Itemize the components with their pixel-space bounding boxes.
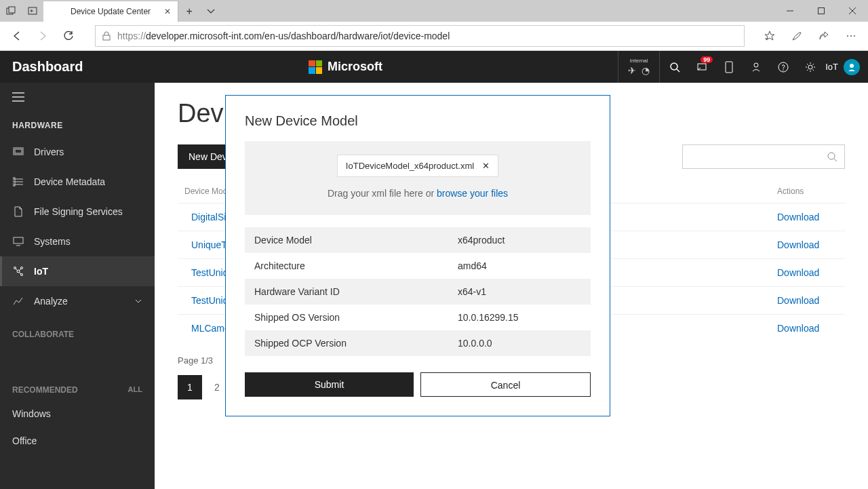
sidebar-item-device-metadata[interactable]: Device Metadata (0, 167, 155, 197)
svg-rect-1 (9, 7, 15, 13)
browse-files-link[interactable]: browse your files (437, 188, 508, 199)
sidebar-item-file-signing[interactable]: File Signing Services (0, 197, 155, 227)
sidebar-item-systems[interactable]: Systems (0, 227, 155, 256)
user-label: IoT (825, 62, 838, 72)
svg-point-8 (671, 63, 677, 70)
phone-icon[interactable] (717, 55, 741, 79)
close-tab-icon[interactable]: ✕ (164, 7, 171, 16)
svg-point-13 (783, 69, 784, 71)
drivers-icon (12, 146, 24, 158)
file-dropzone[interactable]: IoTDeviceModel_x64product.xml ✕ Drag you… (245, 141, 591, 215)
sidebar: HARDWARE Drivers Device Metadata File Si… (0, 83, 155, 489)
sidebar-item-drivers[interactable]: Drivers (0, 137, 155, 167)
sidebar-item-label: IoT (34, 266, 48, 277)
sidebar-item-iot[interactable]: IoT (0, 256, 155, 286)
microsoft-logo-icon (309, 60, 322, 74)
download-link[interactable]: Download (777, 239, 819, 250)
maximize-button[interactable] (806, 0, 837, 22)
info-row: Device Modelx64product (245, 227, 591, 253)
close-window-button[interactable] (837, 0, 868, 22)
file-chip: IoTDeviceModel_x64product.xml ✕ (337, 155, 498, 177)
new-tab-button[interactable]: + (178, 1, 200, 22)
chevron-down-icon (134, 298, 142, 304)
minimize-button[interactable] (774, 0, 806, 22)
svg-point-15 (850, 64, 854, 68)
info-val: x64product (458, 235, 505, 246)
notes-icon[interactable] (784, 23, 810, 49)
modal-title: New Device Model (245, 113, 591, 129)
url-text: https://developer.microsoft-int.com/en-u… (117, 31, 450, 41)
hamburger-icon[interactable] (0, 83, 155, 111)
all-link[interactable]: ALL (128, 385, 142, 393)
sidebar-item-label: Systems (34, 236, 71, 247)
info-row: Hardware Variant IDx64-v1 (245, 279, 591, 305)
sidebar-item-windows[interactable]: Windows (0, 400, 155, 427)
col-actions: Actions (777, 187, 845, 196)
iot-icon (12, 265, 24, 277)
page-number[interactable]: 1 (178, 375, 202, 399)
sidebar-item-office[interactable]: Office (0, 427, 155, 454)
help-icon[interactable] (771, 55, 795, 79)
file-name: IoTDeviceModel_x64product.xml (346, 161, 474, 171)
back-button[interactable] (4, 23, 30, 49)
file-icon (12, 206, 24, 218)
recent-tabs-icon[interactable] (0, 0, 22, 22)
forward-button[interactable] (30, 23, 56, 49)
sidebar-item-label: Analyze (34, 296, 68, 307)
notification-icon[interactable]: 99 (690, 55, 714, 79)
search-icon[interactable] (663, 55, 687, 79)
search-input[interactable] (682, 144, 845, 169)
dial-icon: ◔ (642, 65, 650, 76)
svg-point-6 (850, 35, 852, 37)
tab-title: Device Update Center (71, 7, 151, 16)
url-field[interactable]: https://developer.microsoft-int.com/en-u… (95, 25, 745, 47)
cancel-button[interactable]: Cancel (420, 372, 591, 397)
svg-rect-10 (726, 62, 732, 73)
svg-point-14 (808, 65, 812, 69)
sidebar-item-label: File Signing Services (34, 206, 123, 217)
svg-rect-19 (14, 237, 23, 243)
systems-icon (12, 235, 24, 248)
share-icon[interactable] (811, 23, 837, 49)
set-aside-icon[interactable] (22, 0, 43, 22)
settings-icon[interactable] (798, 55, 823, 79)
submit-button[interactable]: Submit (245, 372, 414, 397)
favorites-icon[interactable] (757, 23, 783, 49)
info-key: Hardware Variant ID (254, 286, 458, 297)
remove-file-icon[interactable]: ✕ (482, 161, 490, 171)
download-link[interactable]: Download (777, 212, 819, 222)
svg-point-12 (778, 62, 788, 72)
main-panel: Device New Device M Device Model Actions… (155, 83, 868, 489)
new-device-modal: New Device Model IoTDeviceModel_x64produ… (225, 95, 610, 416)
brand: Microsoft (155, 60, 618, 74)
section-collaborate: COLLABORATE (0, 316, 155, 345)
info-key: Shipped OS Version (254, 312, 458, 323)
search-icon (827, 151, 837, 162)
avatar[interactable] (844, 59, 860, 75)
svg-rect-3 (818, 8, 825, 14)
feedback-icon[interactable] (744, 55, 768, 79)
app-topbar: Dashboard Microsoft Internal ✈◔ 99 IoT (0, 51, 868, 83)
more-icon[interactable] (838, 23, 864, 49)
sidebar-item-label: Device Metadata (34, 176, 105, 187)
download-link[interactable]: Download (777, 267, 819, 278)
browser-tab[interactable]: Device Update Center ✕ (43, 1, 178, 22)
download-link[interactable]: Download (777, 295, 819, 306)
tabs-dropdown-icon[interactable] (200, 1, 222, 22)
info-row: Architectureamd64 (245, 253, 591, 279)
info-val: amd64 (458, 260, 487, 271)
info-row: Shipped OCP Version10.0.0.0 (245, 330, 591, 356)
info-val: 10.0.16299.15 (458, 312, 519, 323)
dashboard-title: Dashboard (0, 59, 155, 75)
sidebar-item-analyze[interactable]: Analyze (0, 286, 155, 316)
lock-icon (102, 31, 111, 41)
download-link[interactable]: Download (777, 323, 819, 334)
refresh-button[interactable] (56, 23, 81, 49)
info-key: Device Model (254, 235, 458, 246)
address-bar: https://developer.microsoft-int.com/en-u… (0, 22, 868, 51)
info-row: Shipped OS Version10.0.16299.15 (245, 305, 591, 330)
section-hardware: HARDWARE (0, 111, 155, 137)
sidebar-item-label: Drivers (34, 146, 64, 157)
svg-rect-17 (15, 149, 22, 153)
svg-point-5 (847, 35, 848, 37)
